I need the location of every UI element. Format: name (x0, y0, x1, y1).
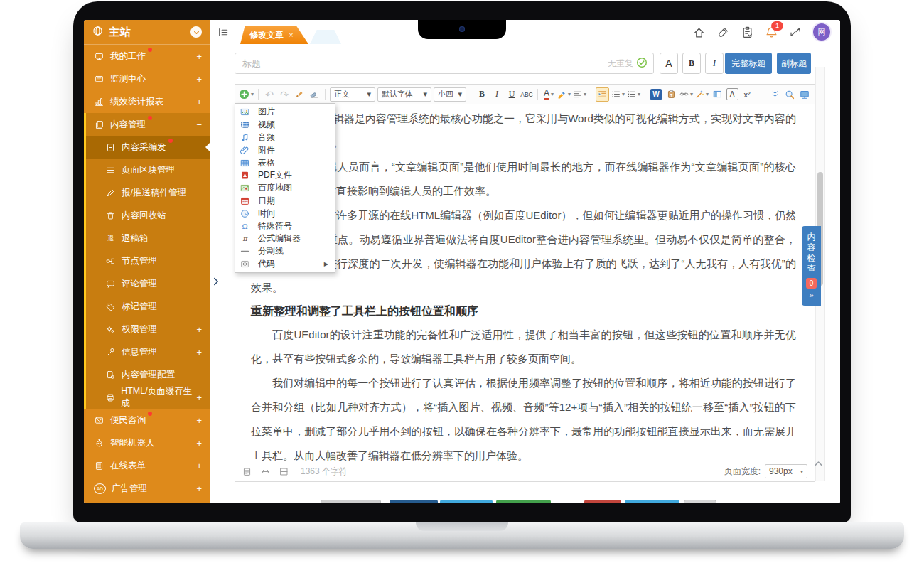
undo-icon[interactable]: ↶ (263, 87, 276, 102)
stretch-width-icon[interactable] (261, 467, 270, 476)
page-width-select[interactable]: 930px ▾ (765, 464, 807, 478)
layout-button[interactable] (711, 87, 724, 102)
bullet-list-button[interactable]: ▾ (611, 87, 625, 102)
expand-toggle[interactable]: + (196, 461, 202, 471)
insert-menu-item-1[interactable]: 视频 (235, 119, 335, 132)
expand-toggle[interactable]: + (196, 392, 202, 403)
content-check-tab[interactable]: 内容检查 0 » (802, 226, 821, 306)
more-tools-button[interactable] (768, 87, 781, 102)
chevron-down-circle-icon[interactable] (190, 26, 202, 38)
action-button-sliver-1[interactable] (390, 500, 438, 503)
italic-button[interactable]: I (490, 87, 503, 102)
expand-toggle[interactable]: + (196, 347, 202, 358)
insert-button[interactable]: ▾ (239, 87, 254, 102)
preview-search-button[interactable] (783, 87, 796, 102)
underline-button[interactable]: U (505, 87, 518, 102)
expand-toggle[interactable]: + (196, 483, 202, 494)
action-button-sliver-3[interactable] (496, 500, 551, 503)
sidebar-item-13[interactable]: 信息管理+ (84, 341, 210, 363)
insert-menu-item-8[interactable]: 时间 (235, 207, 335, 220)
title-italic-button[interactable]: I (705, 53, 724, 74)
fullscreen-editor-button[interactable] (798, 87, 811, 102)
style-box-button[interactable]: A (726, 87, 738, 102)
menu-fold-icon[interactable] (218, 27, 229, 38)
sidebar-item-1[interactable]: 监测中心+ (84, 68, 210, 90)
sub-title-button[interactable]: 副标题 (777, 53, 811, 74)
expand-toggle[interactable]: + (196, 324, 202, 335)
insert-menu-item-5[interactable]: PDF文件 (235, 169, 335, 182)
insert-menu-item-12[interactable]: 代码▶ (235, 258, 335, 271)
insert-menu-item-0[interactable]: 图片 (235, 106, 335, 119)
home-icon[interactable] (693, 26, 705, 38)
element-path-icon[interactable] (242, 467, 252, 476)
paste-text-button[interactable]: T (665, 87, 677, 102)
bold-button[interactable]: B (476, 87, 488, 102)
insert-menu-item-4[interactable]: 表格 (235, 156, 335, 169)
scroll-top-icon[interactable] (814, 459, 823, 468)
font-color-button[interactable]: A▾ (542, 87, 555, 102)
sidebar-item-7[interactable]: 内容回收站 (84, 204, 210, 227)
sidebar-item-2[interactable]: 绩效统计报表+ (84, 90, 210, 113)
action-button-sliver-5[interactable] (625, 500, 679, 503)
redo-icon[interactable]: ↷ (278, 87, 291, 102)
indent-button[interactable] (596, 87, 609, 102)
expand-toggle[interactable]: + (196, 438, 202, 449)
sidebar-item-9[interactable]: 节点管理 (84, 250, 210, 272)
sidebar-item-11[interactable]: 标记管理 (84, 295, 210, 318)
paragraph-select[interactable]: 正文▾ (330, 87, 375, 102)
insert-menu-item-10[interactable]: π公式编辑器 (235, 232, 335, 245)
sidebar-item-12[interactable]: 权限管理+ (84, 318, 210, 341)
eraser-icon[interactable] (308, 87, 321, 102)
avatar[interactable]: 网 (813, 23, 830, 41)
action-button-sliver-2[interactable] (440, 500, 493, 503)
fullscreen-icon[interactable] (790, 26, 801, 38)
highlight-button[interactable]: ▾ (557, 87, 571, 102)
close-icon[interactable]: × (289, 31, 293, 39)
align-button[interactable]: ▾ (573, 87, 586, 102)
sidebar-header[interactable]: 主站 (84, 20, 210, 45)
action-button-sliver-4[interactable] (584, 500, 621, 503)
word-import-button[interactable]: W (650, 87, 662, 102)
expand-toggle[interactable]: − (196, 119, 202, 130)
insert-menu-item-2[interactable]: 音频 (235, 132, 335, 144)
sidebar-item-3[interactable]: 内容管理− (84, 113, 210, 136)
superscript-button[interactable]: x² (741, 87, 753, 102)
sidebar-item-14[interactable]: 内容管理配置 (84, 363, 210, 386)
clean-brush-icon[interactable] (717, 26, 729, 38)
sidebar-item-6[interactable]: 报/推送稿件管理 (84, 181, 210, 204)
insert-menu-item-11[interactable]: 分割线 (235, 245, 335, 258)
expand-toggle[interactable]: + (196, 74, 202, 85)
format-painter-icon[interactable] (293, 87, 306, 102)
ordered-list-button[interactable]: ▾ (627, 87, 640, 102)
sidebar-item-5[interactable]: 页面区块管理 (84, 159, 210, 181)
expand-toggle[interactable]: + (196, 51, 202, 62)
expand-toggle[interactable]: + (196, 415, 202, 426)
auto-format-button[interactable]: ▾ (695, 87, 709, 102)
sidebar-item-8[interactable]: 退退稿箱 (84, 227, 210, 250)
sidebar-item-17[interactable]: 智能机器人+ (84, 431, 210, 454)
insert-menu-item-9[interactable]: Ω特殊符号 (235, 220, 335, 232)
insert-menu-item-6[interactable]: 百度地图 (235, 182, 335, 195)
title-input[interactable] (235, 53, 654, 74)
full-title-button[interactable]: 完整标题 (725, 53, 772, 74)
sidebar-collapse-handle[interactable] (212, 276, 220, 289)
sidebar-item-19[interactable]: AD广告管理+ (84, 477, 210, 500)
font-size-select[interactable]: 小四▾ (434, 87, 466, 102)
sidebar-item-18[interactable]: 在线表单+ (84, 454, 210, 477)
strikethrough-button[interactable]: ABC (520, 87, 533, 102)
link-button[interactable]: ▾ (679, 87, 693, 102)
insert-menu-item-7[interactable]: 日期 (235, 195, 335, 208)
report-clipboard-icon[interactable] (741, 26, 753, 38)
action-button-sliver-0[interactable] (321, 500, 381, 503)
sidebar-item-15[interactable]: HTML/页面缓存生成+ (84, 386, 210, 409)
grid-icon[interactable] (279, 467, 289, 476)
bell-icon[interactable]: 1 (765, 26, 778, 38)
tab-edit-article[interactable]: 修改文章 × (240, 26, 308, 44)
expand-toggle[interactable]: + (196, 97, 202, 107)
sidebar-item-16[interactable]: 便民咨询+ (84, 409, 210, 431)
title-color-button[interactable]: A (660, 53, 678, 74)
font-family-select[interactable]: 默认字体▾ (377, 87, 431, 102)
sidebar-item-0[interactable]: 我的工作+ (84, 45, 210, 68)
action-button-sliver-6[interactable] (684, 500, 716, 503)
title-bold-button[interactable]: B (682, 53, 701, 74)
